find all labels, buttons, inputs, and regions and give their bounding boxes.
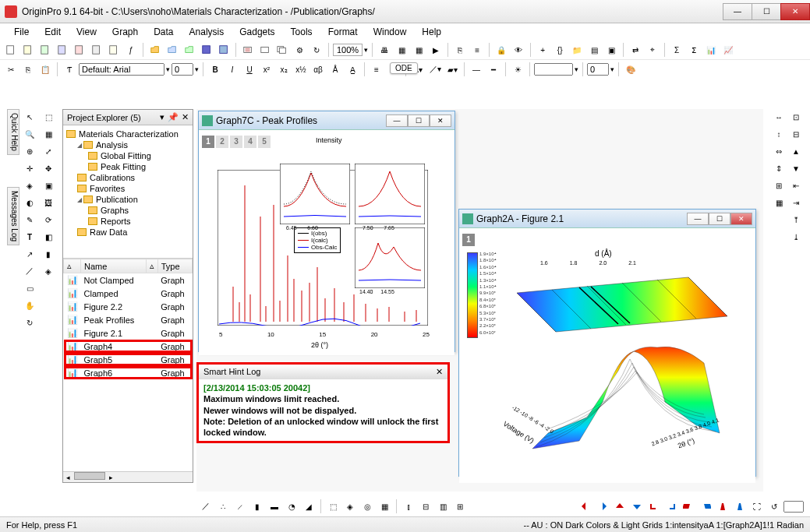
insert-graph-icon[interactable]: ▣: [41, 178, 56, 193]
open-excel-icon[interactable]: [182, 42, 197, 58]
add-col-icon[interactable]: +: [535, 42, 550, 58]
column-plot-icon[interactable]: ▮: [249, 499, 265, 514]
same-width-icon[interactable]: ↔: [771, 109, 787, 125]
pe-folder[interactable]: Reports: [66, 216, 189, 227]
pe-folder[interactable]: Peak Fitting: [66, 161, 189, 172]
pe-pin-icon[interactable]: 📌: [168, 112, 179, 122]
menu-help[interactable]: Help: [416, 25, 447, 39]
window-close-button[interactable]: ✕: [780, 3, 810, 20]
italic-icon[interactable]: I: [225, 62, 240, 77]
pe-item[interactable]: 📊Not ClampedGraph: [64, 273, 193, 287]
line-symbol-icon[interactable]: ⟋: [232, 499, 248, 514]
3dtool-icon[interactable]: ◈: [41, 263, 56, 279]
import-ascii-icon[interactable]: [257, 42, 273, 58]
paste-icon[interactable]: 📋: [37, 62, 53, 77]
area-plot-icon[interactable]: ◢: [301, 499, 317, 514]
line-style-icon[interactable]: ≡: [369, 62, 384, 77]
align-top-icon[interactable]: ⤒: [788, 212, 804, 227]
grid-icon[interactable]: ▦: [771, 195, 787, 210]
new-matrix-icon[interactable]: [72, 42, 87, 58]
child-maximize-button[interactable]: ☐: [408, 115, 430, 127]
sup-icon[interactable]: x²: [259, 62, 274, 77]
graph7c-window[interactable]: Graph7C - Peak Profiles — ☐ ✕ 12345 Inte…: [198, 111, 455, 352]
command-window-icon[interactable]: ▣: [603, 42, 619, 58]
persp-dec-icon[interactable]: [732, 499, 748, 514]
hist-icon[interactable]: ▥: [435, 499, 451, 514]
stock-icon[interactable]: ⫿: [401, 499, 416, 514]
arrow-icon[interactable]: ↗: [22, 246, 37, 262]
code-builder-icon[interactable]: {}: [552, 42, 568, 58]
rect-icon[interactable]: ▭: [22, 280, 37, 296]
greek-icon[interactable]: αβ: [310, 62, 326, 77]
new-workbook-icon[interactable]: [20, 42, 36, 58]
menu-data[interactable]: Data: [147, 25, 179, 39]
col-name[interactable]: Name: [81, 259, 147, 273]
pe-item[interactable]: 📊Graph5Graph: [64, 353, 193, 366]
menu-graph[interactable]: Graph: [106, 25, 144, 39]
bar-plot-icon[interactable]: ▬: [267, 499, 282, 514]
window-maximize-button[interactable]: ☐: [752, 3, 781, 20]
batch-icon[interactable]: ⚙: [292, 42, 307, 58]
new-function-icon[interactable]: ƒ: [123, 42, 139, 58]
print-icon[interactable]: 🖶: [377, 42, 392, 58]
col-type[interactable]: Type: [157, 259, 192, 273]
3d-bars-icon[interactable]: ⬚: [325, 499, 341, 514]
smart-hint-close-icon[interactable]: ✕: [436, 367, 443, 377]
plot2-icon[interactable]: 📈: [720, 42, 736, 58]
slide2-icon[interactable]: ▦: [411, 42, 426, 58]
palette-icon[interactable]: 🎨: [623, 62, 638, 77]
line-solid-icon[interactable]: —: [469, 62, 484, 77]
bold-icon[interactable]: B: [207, 62, 223, 77]
menu-edit[interactable]: Edit: [38, 25, 67, 39]
pe-folder[interactable]: Raw Data: [66, 227, 189, 238]
pe-close-icon[interactable]: ✕: [182, 112, 189, 122]
layer-tab-3[interactable]: 3: [230, 136, 242, 148]
draw-data-icon[interactable]: ✎: [22, 212, 37, 227]
rot-step[interactable]: [783, 501, 804, 513]
data-reader-icon[interactable]: ✛: [22, 160, 37, 176]
video-icon[interactable]: ▶: [428, 42, 444, 58]
screen-reader-icon[interactable]: 👁: [511, 42, 526, 58]
new-layout-icon[interactable]: [89, 42, 104, 58]
stats-icon[interactable]: Σ: [669, 42, 684, 58]
layer-tab-1[interactable]: 1: [462, 234, 475, 246]
pe-item[interactable]: 📊Peak ProfilesGraph: [64, 313, 193, 326]
open-template-icon[interactable]: [164, 42, 180, 58]
pan-icon[interactable]: ✥: [41, 160, 56, 176]
lock-icon[interactable]: 🔒: [493, 42, 509, 58]
data-selector-icon[interactable]: ◈: [22, 178, 37, 193]
num-combo[interactable]: [587, 63, 609, 76]
stats2-icon[interactable]: Σ̄: [686, 42, 702, 58]
rescale-icon[interactable]: ⟳: [41, 212, 56, 227]
project-explorer-icon[interactable]: 📁: [569, 42, 585, 58]
fillcolor-icon[interactable]: ▰▾: [444, 62, 460, 77]
front-icon[interactable]: ▲: [788, 143, 804, 159]
text-icon[interactable]: T: [22, 229, 37, 245]
plot-icon[interactable]: 📊: [703, 42, 719, 58]
line-width-icon[interactable]: ━: [486, 62, 501, 77]
zoom-combo[interactable]: 100%: [333, 44, 363, 56]
fontsize-combo[interactable]: [172, 63, 193, 76]
rot-up-red-icon[interactable]: [612, 499, 628, 514]
results-log-icon[interactable]: ▤: [586, 42, 602, 58]
child-minimize-button[interactable]: —: [386, 115, 408, 127]
menu-analysis[interactable]: Analysis: [183, 25, 231, 39]
digitize-icon[interactable]: ⌖: [645, 42, 660, 58]
import-multi-icon[interactable]: [274, 42, 290, 58]
sub-icon[interactable]: x₂: [276, 62, 292, 77]
pe-folder[interactable]: Graphs: [66, 205, 189, 216]
supsub-icon[interactable]: x½: [293, 62, 309, 77]
pe-item[interactable]: 📊Graph4Graph: [64, 340, 193, 353]
underline-icon[interactable]: U: [242, 62, 257, 77]
recalc-icon[interactable]: ↻: [309, 42, 324, 58]
child-minimize-button[interactable]: —: [687, 213, 709, 225]
reset-rot-icon[interactable]: ↺: [766, 499, 782, 514]
layer-tab-2[interactable]: 2: [216, 136, 228, 148]
insert-img-icon[interactable]: 🖼: [41, 195, 56, 210]
new-graph-icon[interactable]: [55, 42, 70, 58]
dist-v-icon[interactable]: ⇕: [771, 160, 787, 176]
persp-inc-icon[interactable]: [715, 499, 730, 514]
new-excel-icon[interactable]: [37, 42, 53, 58]
hand-icon[interactable]: ✋: [22, 298, 37, 313]
snap-icon[interactable]: ⊞: [771, 178, 787, 193]
